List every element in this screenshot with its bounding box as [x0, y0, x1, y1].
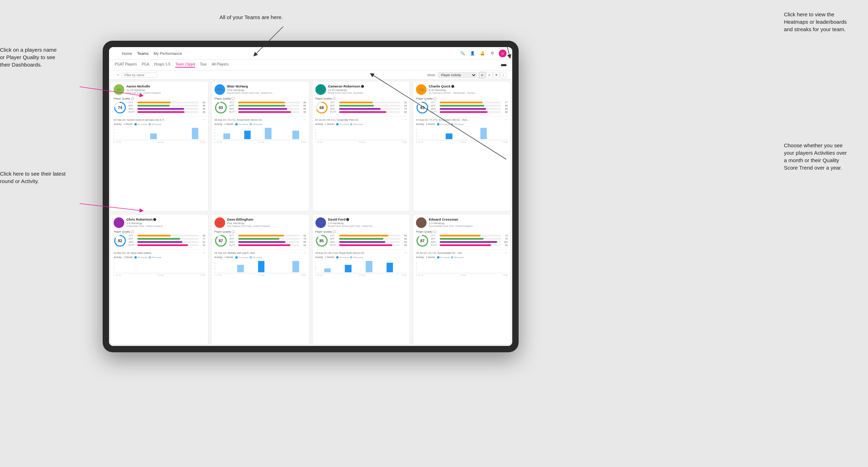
tab-tour[interactable]: Tour: [200, 62, 207, 68]
player-card[interactable]: DF David Ford 1-5 Handicap Royal North D…: [312, 214, 410, 344]
bell-icon[interactable]: 🔔: [479, 50, 486, 57]
bar-group: [387, 263, 393, 272]
annotation-teams: All of your Teams are here.: [219, 13, 283, 21]
latest-round[interactable]: 26 Aug 23 | 73 (+1), Royal North Devon G…: [215, 116, 306, 121]
player-card[interactable]: CR Chris Robertson 1-5 Handicap Craigmil…: [110, 214, 209, 344]
on-course-dot: [135, 256, 137, 258]
player-card[interactable]: CR Cameron Robertson 11-15 Handicap Roya…: [312, 81, 410, 211]
player-club: Craigmillar Park, United Kingdom: [126, 225, 205, 227]
y-label: 3: [416, 268, 417, 270]
tab-hcaps[interactable]: Hcaps 1-5: [154, 62, 171, 68]
grid-view-icon[interactable]: ⊞: [479, 72, 485, 78]
stat-value: 80: [502, 104, 508, 107]
player-name[interactable]: David Ford: [328, 217, 407, 221]
player-info: Cameron Robertson 11-15 Handicap Royal P…: [328, 84, 407, 94]
info-icon: i: [433, 97, 436, 100]
edit-icon[interactable]: ✏: [117, 73, 120, 77]
tab-all-players[interactable]: All Players: [212, 62, 228, 68]
x-label: 21 Aug: [158, 141, 164, 143]
activity-section: Activity · 1 Month On course Off course …: [215, 256, 306, 276]
nav-home[interactable]: Home: [122, 51, 132, 56]
player-name[interactable]: Edward Crossman: [429, 217, 508, 221]
quality-row[interactable]: 68 OTT 61 APP 63 ARG: [315, 101, 407, 114]
activity-title: Activity · 1 Month: [315, 256, 334, 258]
tab-team-clippd[interactable]: Team Clippd: [175, 62, 195, 68]
legend-on-course: On course: [135, 256, 147, 258]
quality-row[interactable]: 87 OTT 82 APP 74 ARG: [215, 234, 306, 247]
stat-label: ARG: [229, 108, 237, 110]
list-view-icon[interactable]: ≡: [486, 72, 492, 78]
stat-value: 96: [401, 244, 407, 246]
tab-pga[interactable]: PGA: [142, 62, 149, 68]
player-handicap: Plus Handicap: [227, 222, 306, 225]
latest-round[interactable]: 07 Aug 23 | 77 (+7), St George's Hill GC…: [416, 116, 508, 121]
info-icon: i: [332, 230, 336, 233]
y-label: 3: [416, 135, 417, 137]
player-card[interactable]: DB Dave Billingham Plus Handicap Sog Mag…: [211, 214, 309, 344]
quality-row[interactable]: 83 OTT 77 APP 80 ARG: [416, 101, 508, 114]
player-card[interactable]: BM Blair McHarg Plus Handicap Royal Nort…: [211, 81, 309, 211]
y-label: 5: [215, 141, 216, 143]
settings-icon[interactable]: ⚙: [489, 50, 496, 57]
player-card[interactable]: EC Edward Crossman 1-5 Handicap Sunningd…: [413, 214, 511, 344]
activity-section: Activity · 1 Month On course Off course …: [114, 123, 205, 143]
arrow-icon: →: [404, 118, 407, 121]
score-circle[interactable]: 74: [114, 101, 126, 114]
sort-icon[interactable]: ↕: [500, 72, 507, 78]
add-team-button[interactable]: [501, 64, 507, 66]
latest-round[interactable]: 26 Aug 23 | 84 (+12), Royal North Devon …: [315, 250, 407, 255]
filter-icon[interactable]: ▼: [493, 72, 499, 78]
quality-row[interactable]: 82 OTT 60 APP 77 ARG: [114, 234, 205, 247]
score-circle[interactable]: 87: [215, 234, 227, 247]
nav-teams[interactable]: Teams: [137, 51, 148, 56]
latest-round[interactable]: 03 Mar 23 | 19, Must make putting →: [114, 250, 205, 255]
latest-round[interactable]: 02 Sep 23 | Sunset round to get back int…: [114, 116, 205, 121]
avatar[interactable]: U: [499, 50, 507, 57]
latest-round[interactable]: 18 Jul 23 | 74 (+4), Sunningdale GC - Ol…: [416, 250, 508, 255]
player-name[interactable]: Cameron Robertson: [328, 84, 407, 88]
score-circle[interactable]: 93: [215, 101, 227, 114]
show-select[interactable]: Player Activity Quality Score Trend: [438, 72, 477, 78]
stat-row: ARG 84: [129, 108, 205, 110]
stat-row: OTT 60: [129, 101, 205, 104]
score-circle[interactable]: 85: [315, 234, 328, 247]
stat-value: 81: [200, 241, 205, 243]
search-icon[interactable]: 🔍: [459, 50, 466, 57]
activity-legend: On course Off course: [336, 256, 363, 258]
user-icon[interactable]: 👤: [469, 50, 476, 57]
score-circle[interactable]: 68: [315, 101, 328, 114]
player-name[interactable]: Blair McHarg: [227, 84, 306, 88]
stat-row: OTT 77: [431, 101, 508, 104]
quality-row[interactable]: 93 OTT 84 APP 85 ARG: [215, 101, 306, 114]
score-circle[interactable]: 82: [114, 234, 126, 247]
quality-row[interactable]: 74 OTT 60 APP 58 ARG: [114, 101, 205, 114]
player-avatar: CR: [315, 84, 326, 95]
player-name[interactable]: Charlie Quick: [429, 84, 508, 88]
score-circle[interactable]: 87: [416, 234, 429, 247]
quality-row[interactable]: 87 OTT 73 APP 79 ARG: [416, 234, 508, 247]
search-input[interactable]: [122, 73, 157, 78]
y-label: 2: [315, 265, 316, 267]
stat-row: ARG 83: [330, 241, 407, 243]
bar-group: [265, 128, 272, 139]
player-card[interactable]: AN Aaron Nicholls 11-15 Handicap Drift G…: [110, 81, 209, 211]
quality-row[interactable]: 85 OTT 89 APP 80 ARG: [315, 234, 407, 247]
player-name[interactable]: Aaron Nicholls: [126, 84, 205, 88]
y-label: 4: [315, 138, 316, 140]
stat-row: ARG 75: [330, 108, 407, 110]
stat-bar: [238, 238, 299, 240]
player-name[interactable]: Chris Robertson: [126, 217, 205, 221]
nav-my-performance[interactable]: My Performance: [154, 51, 182, 56]
arrow-icon: →: [202, 251, 205, 255]
player-card[interactable]: CQ Charlie Quick 6-10 Handicap St. Georg…: [413, 81, 511, 211]
player-name[interactable]: Dave Billingham: [227, 217, 306, 221]
tab-pgat-players[interactable]: PGAT Players: [115, 62, 137, 68]
score-value: 83: [420, 106, 424, 110]
latest-round[interactable]: 02 Jul 23 | 59 (+1), Craigmillar Park GC…: [315, 116, 407, 121]
latest-round[interactable]: 04 Sep 23 | Mobility with coach, Gym →: [215, 250, 306, 255]
chart-bars: [317, 126, 407, 139]
score-circle[interactable]: 83: [416, 101, 429, 114]
navbar: Home Teams My Performance 🔍 👤 🔔 ⚙ U: [109, 47, 512, 60]
bar-chart: [217, 126, 306, 140]
player-avatar: CR: [114, 217, 124, 228]
